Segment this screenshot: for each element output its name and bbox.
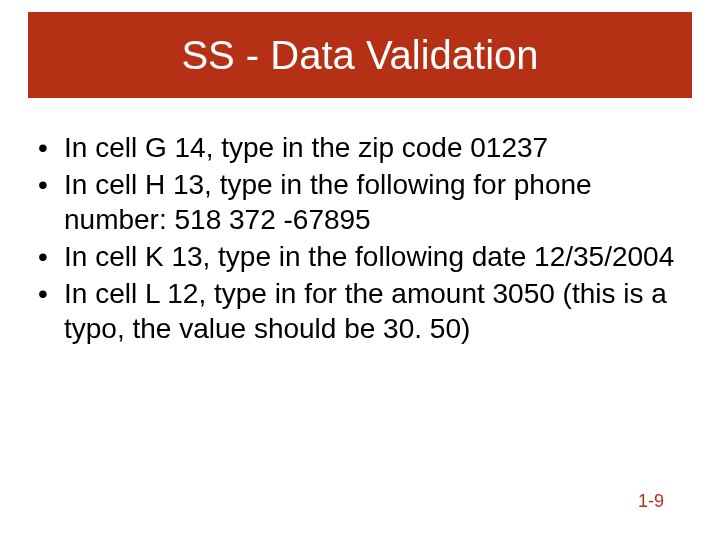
slide-title: SS - Data Validation <box>181 33 538 78</box>
list-item: In cell H 13, type in the following for … <box>36 167 684 237</box>
title-bar: SS - Data Validation <box>28 12 692 98</box>
list-item: In cell K 13, type in the following date… <box>36 239 684 274</box>
slide-number: 1-9 <box>638 491 664 512</box>
bullet-list: In cell G 14, type in the zip code 01237… <box>36 130 684 346</box>
slide-body: In cell G 14, type in the zip code 01237… <box>36 130 684 348</box>
list-item: In cell G 14, type in the zip code 01237 <box>36 130 684 165</box>
list-item: In cell L 12, type in for the amount 305… <box>36 276 684 346</box>
